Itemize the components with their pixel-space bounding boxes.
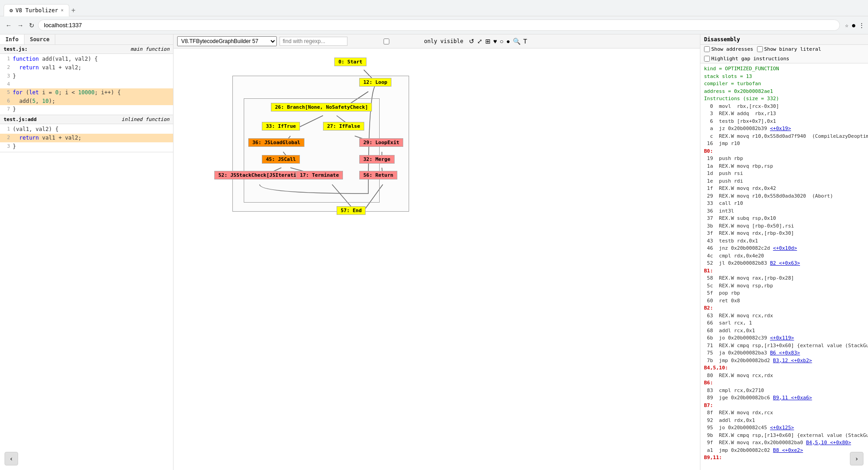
disasm-line: 5f pop rbp bbox=[704, 290, 864, 297]
tab-list: ⚙ V8 Turbolizer × + bbox=[4, 0, 77, 16]
disasm-line: 43 testb rdx,0x1 bbox=[704, 237, 864, 245]
show-addresses-option[interactable]: Show addresses bbox=[704, 46, 753, 52]
disasm-address-link[interactable]: B8 <+0xe2> bbox=[773, 447, 803, 453]
profile-icon[interactable]: ● bbox=[852, 22, 855, 29]
graph-node-jscall[interactable]: 45: JSCall bbox=[262, 155, 300, 164]
disasm-line: a1 jmp 0x20b00082c02 B8 <+0xe2> bbox=[704, 447, 864, 455]
scroll-right-button[interactable]: › bbox=[850, 452, 863, 465]
graph-node-branch[interactable]: 26: Branch[None, NoSafetyCheck] bbox=[271, 103, 372, 111]
code-line: 3 } bbox=[0, 142, 173, 151]
disasm-address-link[interactable]: B6 <+0x83> bbox=[770, 350, 800, 356]
source-label-inlined: inlined function bbox=[121, 116, 169, 122]
disasm-line: 16 jmp r10 bbox=[704, 140, 864, 148]
graph-node-merge[interactable]: 32: Merge bbox=[359, 155, 395, 164]
disasm-line: B2: bbox=[704, 305, 864, 312]
disasm-line: stack slots = 13 bbox=[704, 73, 864, 81]
disasm-line: 63 REX.W movq rcx,rdx bbox=[704, 312, 864, 320]
graph-node-start[interactable]: 0: Start bbox=[334, 58, 366, 66]
active-tab[interactable]: ⚙ V8 Turbolizer × bbox=[4, 4, 69, 16]
show-addresses-checkbox[interactable] bbox=[704, 46, 710, 52]
graph-node-iffalse[interactable]: 27: IfFalse bbox=[323, 122, 364, 131]
disasm-address-link[interactable]: <+0x119> bbox=[770, 335, 794, 341]
graph-node-terminate[interactable]: 17: Terminate bbox=[296, 171, 343, 179]
disasm-line: 68 addl rcx,0x1 bbox=[704, 327, 864, 335]
code-line: 2 return val1 + val2; bbox=[0, 63, 173, 72]
graph-node-return[interactable]: 56: Return bbox=[359, 171, 397, 179]
graph-node-loopexit[interactable]: 29: LoopExit bbox=[359, 138, 403, 147]
tab-close-button[interactable]: × bbox=[61, 8, 63, 13]
disasm-line: Instructions (size = 332) bbox=[704, 95, 864, 103]
app-container: Info Source test.js: main function 1 fun… bbox=[0, 34, 868, 470]
only-visible-checkbox-label[interactable]: only visible bbox=[350, 38, 463, 44]
heart-icon[interactable]: ♥ bbox=[492, 37, 498, 45]
disasm-line: address = 0x20b00082ae1 bbox=[704, 88, 864, 96]
highlight-gap-checkbox[interactable] bbox=[704, 56, 710, 62]
show-binary-checkbox[interactable] bbox=[757, 46, 763, 52]
disasm-line: 6b jo 0x20b00082c39 <+0x119> bbox=[704, 334, 864, 342]
disasm-line: 1d push rsi bbox=[704, 170, 864, 178]
disasm-line: 7b jmp 0x20b00082bd2 B3,12 <+0xb2> bbox=[704, 357, 864, 365]
disasm-line: kind = OPTIMIZED_FUNCTION bbox=[704, 65, 864, 73]
disasm-line: 6 testb [rbx+0x7],0x1 bbox=[704, 118, 864, 126]
graph-node-jsloadglobal[interactable]: 36: JSLoadGlobal bbox=[248, 138, 304, 147]
disasm-line: a jz 0x20b00082b39 <+0x19> bbox=[704, 125, 864, 133]
new-tab-button[interactable]: + bbox=[69, 5, 77, 16]
disasm-line: 80 REX.W movq rcx,rdx bbox=[704, 372, 864, 380]
graph-inner-box bbox=[244, 98, 380, 203]
forward-button[interactable]: → bbox=[15, 20, 25, 31]
circle-icon[interactable]: ○ bbox=[499, 37, 504, 45]
source-filename-inlined: test.js:add bbox=[4, 116, 37, 122]
highlight-gap-option[interactable]: Highlight gap instructions bbox=[704, 56, 789, 62]
layout-icon[interactable]: ⊞ bbox=[484, 37, 492, 45]
disasm-line: 9b REX.W cmpq rsp,[r13+0x60] {external v… bbox=[704, 432, 864, 440]
disasm-line: 89 jge 0x20b00082bc6 B9,11 <+0xa6> bbox=[704, 394, 864, 402]
star-icon[interactable]: ☆ bbox=[845, 22, 849, 29]
left-panel-tabs: Info Source bbox=[0, 34, 173, 45]
tab-info[interactable]: Info bbox=[0, 34, 24, 44]
code-line: 7 } bbox=[0, 105, 173, 114]
disassembly-options: Show addresses Show binary literal Highl… bbox=[700, 45, 868, 63]
disasm-line: 19 push rbp bbox=[704, 155, 864, 163]
disasm-address-link[interactable]: B4,5,10 <+0x80> bbox=[806, 440, 851, 446]
scroll-left-button[interactable]: ‹ bbox=[5, 452, 18, 465]
disasm-address-link[interactable]: <+0x125> bbox=[770, 425, 794, 431]
disasm-address-link[interactable]: B3,12 <+0xb2> bbox=[773, 358, 812, 363]
left-panel: Info Source test.js: main function 1 fun… bbox=[0, 34, 174, 470]
disasm-line: 1a REX.W movq rbp,rsp bbox=[704, 163, 864, 170]
refresh-button[interactable]: ↻ bbox=[27, 20, 36, 31]
code-line: 4 bbox=[0, 80, 173, 88]
back-button[interactable]: ← bbox=[4, 20, 14, 31]
disasm-line: c REX.W movq r10,0x558d0ad7f940 (Compile… bbox=[704, 133, 864, 141]
disasm-line: 83 cmpl rcx,0x2710 bbox=[704, 387, 864, 395]
reload-icon[interactable]: ↺ bbox=[468, 37, 475, 45]
disasm-line: B7: bbox=[704, 402, 864, 410]
source-label-main: main function bbox=[130, 46, 169, 52]
graph-toolbar: V8.TFBytecodeGraphBuilder 57 only visibl… bbox=[174, 34, 700, 48]
graph-node-end[interactable]: 57: End bbox=[337, 206, 366, 215]
menu-icon[interactable]: ⋮ bbox=[859, 22, 864, 29]
search-icon[interactable]: 🔍 bbox=[512, 37, 521, 45]
tab-source[interactable]: Source bbox=[24, 34, 55, 44]
type-icon[interactable]: T bbox=[522, 37, 528, 45]
source-code-main: 1 function add(val1, val2) { 2 return va… bbox=[0, 54, 173, 115]
disasm-line: 92 addl rdx,0x1 bbox=[704, 417, 864, 425]
graph-node-iftrue[interactable]: 33: IfTrue bbox=[262, 122, 300, 131]
graph-canvas[interactable]: 0: Start 12: Loop 26: Branch[None, NoSaf… bbox=[174, 48, 700, 470]
disasm-address-link[interactable]: <+0x19> bbox=[770, 126, 791, 131]
graph-selector[interactable]: V8.TFBytecodeGraphBuilder 57 bbox=[177, 36, 277, 46]
disasm-line: 60 ret 0x8 bbox=[704, 297, 864, 305]
only-visible-checkbox[interactable] bbox=[350, 39, 423, 44]
zoom-fit-icon[interactable]: ⤢ bbox=[476, 37, 483, 45]
disasm-line: B0: bbox=[704, 148, 864, 155]
disassembly-content[interactable]: kind = OPTIMIZED_FUNCTIONstack slots = 1… bbox=[700, 63, 868, 470]
address-bar[interactable] bbox=[38, 19, 840, 31]
disasm-address-link[interactable]: <+0x10d> bbox=[773, 245, 797, 251]
dot-icon[interactable]: ● bbox=[505, 37, 511, 45]
disasm-line: 71 REX.W cmpq rsp,[r13+0x60] {external v… bbox=[704, 342, 864, 350]
show-binary-option[interactable]: Show binary literal bbox=[757, 46, 821, 52]
disasm-line: B9,11: bbox=[704, 454, 864, 462]
search-input[interactable] bbox=[280, 37, 347, 46]
disasm-address-link[interactable]: B9,11 <+0xa6> bbox=[773, 395, 812, 401]
graph-node-loop[interactable]: 12: Loop bbox=[359, 78, 391, 87]
disasm-address-link[interactable]: B2 <+0x63> bbox=[770, 260, 800, 266]
